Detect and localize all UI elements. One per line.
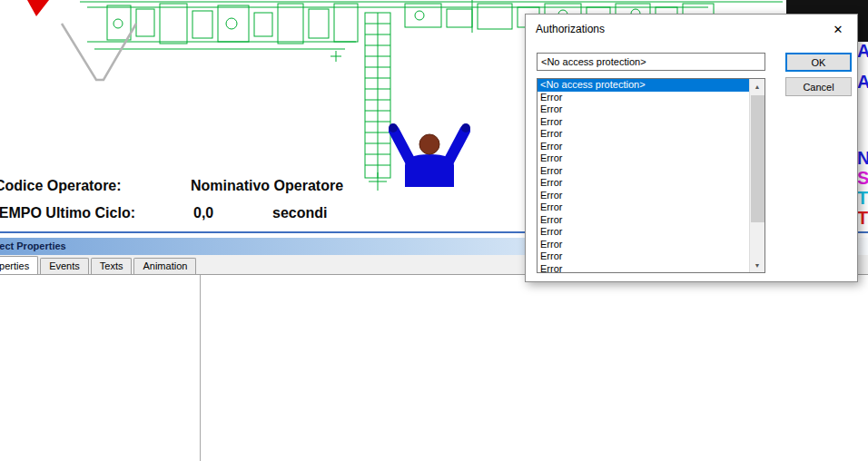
ok-button[interactable]: OK bbox=[785, 53, 852, 72]
list-item[interactable]: Error bbox=[538, 116, 749, 129]
hmi-gray-funnel bbox=[62, 24, 136, 80]
list-item[interactable]: Error bbox=[538, 239, 749, 251]
properties-content: Button GeometryColorsStylesFontFlashingM… bbox=[0, 275, 868, 461]
authorization-filter-input[interactable] bbox=[537, 53, 765, 71]
hmi-side-letters: AANSTT bbox=[857, 0, 868, 232]
cycle-time-label: TEMPO Ultimo Ciclo: bbox=[0, 205, 135, 221]
operator-name-value: Nominativo Operatore bbox=[191, 178, 343, 194]
list-item[interactable]: Error bbox=[538, 250, 749, 263]
tab-events[interactable]: Events bbox=[40, 258, 89, 274]
clipped-letter: N bbox=[857, 149, 868, 167]
clipped-letter: A bbox=[857, 73, 868, 91]
close-icon: ✕ bbox=[833, 23, 843, 36]
tab-properties[interactable]: Properties bbox=[0, 256, 38, 275]
list-item[interactable]: Error bbox=[538, 103, 749, 116]
scroll-up-icon[interactable]: ▲ bbox=[750, 79, 764, 93]
panel-title-text: Object Properties bbox=[0, 240, 66, 251]
list-item[interactable]: Error bbox=[538, 92, 749, 104]
list-item[interactable]: Error bbox=[538, 128, 749, 141]
scroll-down-icon[interactable]: ▼ bbox=[750, 258, 764, 272]
list-item[interactable]: Error bbox=[538, 201, 749, 214]
list-item[interactable]: Error bbox=[538, 152, 749, 165]
list-item[interactable]: Error bbox=[538, 165, 749, 178]
list-item[interactable]: <No access protection> bbox=[538, 79, 749, 92]
cycle-time-unit: secondi bbox=[272, 205, 327, 221]
clipped-letter: S bbox=[857, 169, 868, 187]
listbox-scrollbar[interactable]: ▲ ▼ bbox=[749, 79, 764, 272]
operator-code-label: Codice Operatore: bbox=[0, 178, 122, 194]
clipped-letter: T bbox=[857, 209, 868, 227]
clipped-letter: A bbox=[857, 42, 868, 60]
list-item[interactable]: Error bbox=[538, 141, 749, 153]
list-item[interactable]: Error bbox=[538, 226, 749, 239]
authorization-listbox-items: <No access protection>ErrorErrorErrorErr… bbox=[538, 79, 749, 273]
panel-splitter[interactable] bbox=[200, 275, 201, 461]
dialog-title: Authorizations bbox=[536, 23, 605, 35]
list-item[interactable]: Error bbox=[538, 177, 749, 190]
tab-animation[interactable]: Animation bbox=[133, 258, 196, 274]
close-button[interactable]: ✕ bbox=[824, 18, 852, 40]
cycle-time-value: 0,0 bbox=[193, 205, 213, 221]
list-item[interactable]: Error bbox=[538, 190, 749, 202]
scrollbar-thumb[interactable] bbox=[751, 95, 764, 222]
authorizations-dialog: Authorizations ✕ OK Cancel <No access pr… bbox=[525, 14, 858, 282]
hmi-red-marker bbox=[27, 0, 49, 16]
list-item[interactable]: Error bbox=[538, 214, 749, 227]
list-item[interactable]: Error bbox=[538, 263, 749, 274]
cancel-button[interactable]: Cancel bbox=[785, 77, 852, 96]
clipped-letter: T bbox=[857, 189, 868, 207]
tab-texts[interactable]: Texts bbox=[91, 258, 133, 274]
authorization-listbox[interactable]: <No access protection>ErrorErrorErrorErr… bbox=[537, 78, 765, 273]
